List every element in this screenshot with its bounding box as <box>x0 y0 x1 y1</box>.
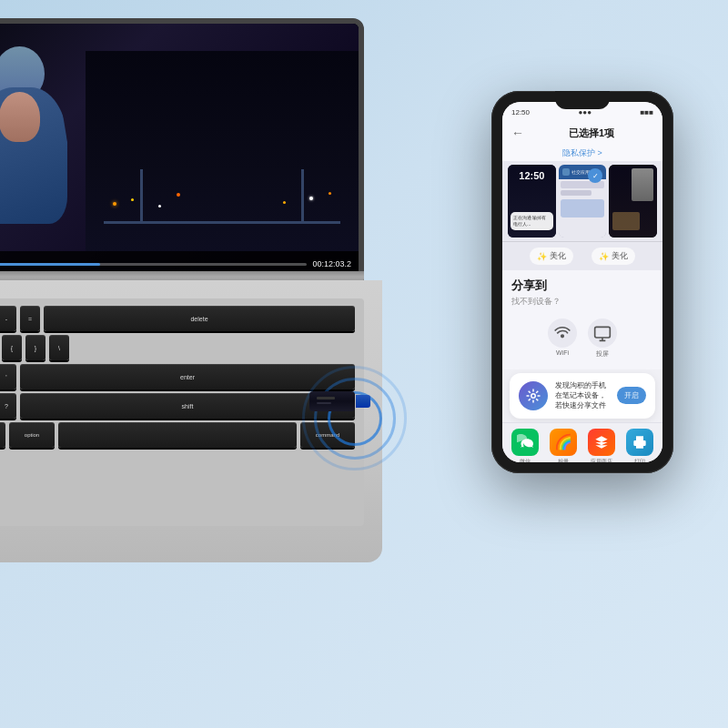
screenshots-row: 12:50 正在沟通 输掉有电行人... 社交应用 <box>502 161 662 241</box>
svg-point-0 <box>561 335 564 338</box>
phone-body: 12:50 ●●● ■■■ ← 已选择1项 隐私保护 > 12:50 <box>491 91 673 473</box>
key-backslash[interactable]: \ <box>49 335 69 360</box>
laptop-screen: 00:12:03.2 <box>0 18 364 282</box>
edit-label-1: 美化 <box>550 250 566 262</box>
wechat-icon <box>511 429 539 456</box>
phone-title: 已选择1项 <box>530 126 653 140</box>
edit-buttons-row: ✨ 美化 ✨ 美化 <box>502 241 662 270</box>
photos-icon: 🌈 <box>550 429 577 456</box>
privacy-link[interactable]: 隐私保护 > <box>502 146 662 161</box>
edit-button-1[interactable]: ✨ 美化 <box>530 248 573 265</box>
ss-time: 12:50 <box>519 170 544 181</box>
screenshot-3[interactable] <box>609 165 657 238</box>
scene: 00:12:03.2 )0 - = delete <box>0 0 728 728</box>
device-found-icon <box>519 381 548 410</box>
phone: 12:50 ●●● ■■■ ← 已选择1项 隐私保护 > 12:50 <box>491 91 673 473</box>
phone-notch <box>555 91 610 109</box>
photos-label: 相册 <box>558 458 569 462</box>
key-delete[interactable]: delete <box>44 306 355 331</box>
app-photos[interactable]: 🌈 相册 <box>550 429 577 462</box>
appstore-label: 应用商店 <box>591 458 612 462</box>
svg-point-2 <box>531 394 536 399</box>
key-question[interactable]: ? <box>0 393 16 419</box>
screenshot-1[interactable]: 12:50 正在沟通 输掉有电行人... <box>508 165 556 238</box>
edit-label-2: 美化 <box>612 250 628 262</box>
edit-button-2[interactable]: ✨ 美化 <box>592 248 635 265</box>
usb-dongle <box>309 391 359 419</box>
key-alt[interactable]: alt <box>0 422 5 448</box>
phone-time: 12:50 <box>511 108 530 116</box>
device-found-card: 发现沟积的手机在笔记本设备，若快速分享文件 开启 <box>510 373 655 419</box>
edit-icon-1: ✨ <box>537 252 547 261</box>
share-title: 分享到 <box>511 278 653 294</box>
key-close-brace[interactable]: } <box>25 335 46 360</box>
back-arrow-icon[interactable]: ← <box>511 126 524 140</box>
bottom-apps: 微信 🌈 相册 应用商店 <box>502 422 662 462</box>
night-scene <box>86 51 359 251</box>
ss-notification: 正在沟通 输掉有电行人... <box>511 212 553 230</box>
print-label: 打印 <box>634 458 645 462</box>
key-option[interactable]: option <box>9 422 55 448</box>
bluetooth-signal <box>300 364 410 473</box>
key-row-2: Pπ { } \ <box>0 335 357 360</box>
phone-battery: ■■■ <box>641 108 654 116</box>
app-wechat[interactable]: 微信 <box>511 429 539 462</box>
display-share-icon <box>588 318 617 348</box>
person-figure <box>0 46 67 228</box>
share-icons-row: WiFi 投屏 <box>511 315 653 366</box>
laptop: 00:12:03.2 )0 - = delete <box>0 18 419 637</box>
key-equals[interactable]: = <box>20 306 40 331</box>
key-quote[interactable]: ' <box>0 364 16 389</box>
app-store[interactable]: 应用商店 <box>588 429 615 462</box>
svg-rect-1 <box>595 327 611 338</box>
key-row-1: )0 - = delete <box>0 306 357 331</box>
phone-screen: 12:50 ●●● ■■■ ← 已选择1项 隐私保护 > 12:50 <box>502 102 662 462</box>
progress-fill <box>0 263 100 266</box>
share-display-item[interactable]: 投屏 <box>588 318 617 359</box>
share-wifi-item[interactable]: WiFi <box>548 318 577 359</box>
video-time: 00:12:03.2 <box>312 259 351 268</box>
app-print[interactable]: 打印 <box>626 429 653 462</box>
ss-notif-text: 正在沟通 输掉有电行人... <box>513 215 551 228</box>
key-open-brace[interactable]: { <box>2 335 22 360</box>
edit-icon-2: ✨ <box>599 252 609 261</box>
wifi-share-label: WiFi <box>556 349 569 356</box>
share-subtitle: 找不到设备？ <box>511 296 653 308</box>
device-text-main: 发现沟积的手机在笔记本设备，若快速分享文件 <box>555 380 610 411</box>
usb-body <box>309 391 355 411</box>
wifi-share-icon <box>548 318 577 348</box>
share-section: 分享到 找不到设备？ WiFi <box>502 270 662 369</box>
usb-connector <box>356 395 370 408</box>
screenshot-2[interactable]: 社交应用 ✓ <box>559 165 607 238</box>
progress-bar[interactable] <box>0 263 307 266</box>
appstore-icon <box>588 429 615 456</box>
phone-header: ← 已选择1项 <box>502 122 662 146</box>
screen-content: 00:12:03.2 <box>0 24 359 277</box>
display-share-label: 投屏 <box>596 349 609 359</box>
key-minus[interactable]: - <box>0 306 16 331</box>
open-button[interactable]: 开启 <box>617 387 646 404</box>
print-icon <box>626 429 653 456</box>
device-description: 发现沟积的手机在笔记本设备，若快速分享文件 <box>555 380 610 411</box>
wechat-label: 微信 <box>520 458 531 462</box>
screen-video: 00:12:03.2 <box>0 24 359 277</box>
key-space[interactable] <box>58 422 297 448</box>
